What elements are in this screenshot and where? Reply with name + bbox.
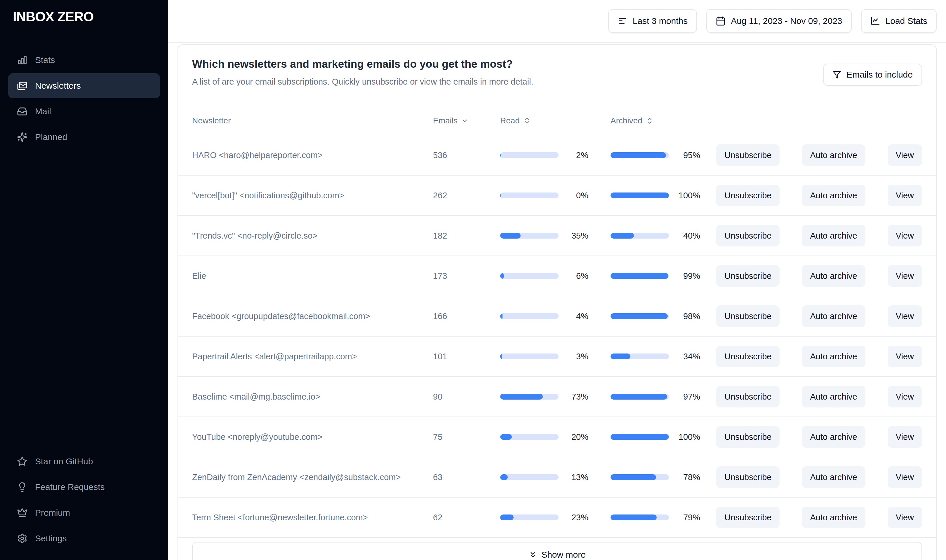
view-button[interactable]: View [887, 265, 922, 287]
newsletter-name: ZenDaily from ZenAcademy <zendaily@subst… [192, 472, 433, 482]
date-range-picker-button[interactable]: Aug 11, 2023 - Nov 09, 2023 [706, 9, 851, 33]
view-button[interactable]: View [887, 346, 922, 367]
read-progress-fill [500, 434, 512, 440]
column-header-emails[interactable]: Emails [433, 116, 500, 125]
view-button[interactable]: View [887, 185, 922, 206]
auto-archive-button[interactable]: Auto archive [802, 305, 865, 327]
read-percent: 73% [563, 392, 588, 402]
read-percent: 6% [563, 271, 588, 281]
view-button[interactable]: View [887, 507, 922, 528]
column-header-archived[interactable]: Archived [588, 116, 700, 125]
unsubscribe-button[interactable]: Unsubscribe [716, 426, 779, 448]
read-cell: 0% [500, 191, 588, 200]
emails-to-include-label: Emails to include [846, 70, 913, 80]
read-percent: 4% [563, 311, 588, 321]
view-button[interactable]: View [887, 305, 922, 327]
auto-archive-button[interactable]: Auto archive [802, 386, 865, 408]
unsubscribe-button[interactable]: Unsubscribe [716, 507, 779, 528]
sidebar-footer-nav: Star on GitHub Feature Requests Premium … [0, 449, 168, 552]
read-cell: 13% [500, 472, 588, 482]
auto-archive-button[interactable]: Auto archive [802, 426, 865, 448]
read-progress-track [500, 233, 559, 238]
row-actions: Unsubscribe Auto archive View [700, 507, 922, 528]
unsubscribe-button[interactable]: Unsubscribe [716, 305, 779, 327]
view-button[interactable]: View [887, 225, 922, 246]
archived-percent: 99% [673, 271, 700, 281]
auto-archive-button[interactable]: Auto archive [802, 145, 865, 166]
email-count: 75 [433, 432, 500, 442]
unsubscribe-button[interactable]: Unsubscribe [716, 185, 779, 206]
bar-chart-icon [17, 55, 28, 65]
unsubscribe-button[interactable]: Unsubscribe [716, 466, 779, 488]
read-cell: 2% [500, 151, 588, 160]
archived-percent: 98% [673, 311, 700, 321]
archived-cell: 100% [588, 432, 700, 442]
chevrons-down-icon [528, 550, 537, 559]
archived-progress-track [611, 394, 669, 400]
view-button[interactable]: View [887, 426, 922, 448]
star-icon [17, 456, 28, 467]
archived-percent: 79% [673, 513, 700, 522]
inbox-icon [17, 106, 28, 117]
sidebar-item-feature-requests[interactable]: Feature Requests [8, 475, 160, 500]
unsubscribe-button[interactable]: Unsubscribe [716, 145, 779, 166]
archived-progress-track [611, 273, 669, 279]
archived-progress-track [611, 313, 669, 319]
read-percent: 20% [563, 432, 588, 442]
sidebar-item-premium[interactable]: Premium [8, 500, 160, 525]
read-cell: 23% [500, 513, 588, 522]
archived-percent: 78% [673, 472, 700, 482]
auto-archive-button[interactable]: Auto archive [802, 346, 865, 367]
read-cell: 4% [500, 311, 588, 321]
row-actions: Unsubscribe Auto archive View [700, 145, 922, 166]
column-header-read[interactable]: Read [500, 116, 588, 125]
main-area: Last 3 months Aug 11, 2023 - Nov 09, 202… [168, 0, 946, 560]
sidebar-item-label: Mail [35, 106, 51, 116]
newsletter-name: Term Sheet <fortune@newsletter.fortune.c… [192, 513, 433, 522]
unsubscribe-button[interactable]: Unsubscribe [716, 386, 779, 408]
sidebar-item-planned[interactable]: Planned [8, 125, 160, 150]
app-logo: INBOX ZERO [13, 9, 93, 25]
archived-progress-fill [611, 514, 657, 520]
date-range-preset-label: Last 3 months [633, 16, 688, 26]
unsubscribe-button[interactable]: Unsubscribe [716, 346, 779, 367]
sidebar-item-label: Planned [35, 132, 67, 142]
read-percent: 2% [563, 151, 588, 160]
view-button[interactable]: View [887, 145, 922, 166]
read-percent: 0% [563, 191, 588, 200]
read-percent: 23% [563, 513, 588, 522]
row-actions: Unsubscribe Auto archive View [700, 225, 922, 246]
auto-archive-button[interactable]: Auto archive [802, 265, 865, 287]
read-cell: 3% [500, 352, 588, 362]
load-stats-button[interactable]: Load Stats [861, 9, 937, 33]
sidebar-item-stats[interactable]: Stats [8, 48, 160, 72]
auto-archive-button[interactable]: Auto archive [802, 185, 865, 206]
read-progress-track [500, 192, 559, 198]
emails-to-include-button[interactable]: Emails to include [823, 63, 922, 86]
sidebar-item-star-on-github[interactable]: Star on GitHub [8, 449, 160, 474]
email-count: 166 [433, 311, 500, 321]
auto-archive-button[interactable]: Auto archive [802, 507, 865, 528]
date-range-label: Aug 11, 2023 - Nov 09, 2023 [731, 16, 842, 26]
read-progress-track [500, 354, 559, 359]
date-range-preset-button[interactable]: Last 3 months [608, 9, 697, 33]
view-button[interactable]: View [887, 466, 922, 488]
view-button[interactable]: View [887, 386, 922, 408]
archived-progress-fill [611, 152, 666, 158]
show-more-button[interactable]: Show more [527, 548, 588, 560]
archived-cell: 95% [588, 151, 700, 160]
show-more-label: Show more [541, 550, 586, 560]
row-actions: Unsubscribe Auto archive View [700, 265, 922, 287]
read-progress-fill [500, 354, 502, 359]
sidebar-item-mail[interactable]: Mail [8, 99, 160, 124]
sidebar-item-settings[interactable]: Settings [8, 526, 160, 551]
auto-archive-button[interactable]: Auto archive [802, 225, 865, 246]
sidebar-item-label: Settings [35, 534, 66, 543]
unsubscribe-button[interactable]: Unsubscribe [716, 265, 779, 287]
unsubscribe-button[interactable]: Unsubscribe [716, 225, 779, 246]
sidebar-item-newsletters[interactable]: Newsletters [8, 73, 160, 98]
auto-archive-button[interactable]: Auto archive [802, 466, 865, 488]
read-progress-fill [500, 192, 501, 198]
newsletter-row: Papertrail Alerts <alert@papertrailapp.c… [178, 337, 936, 377]
archived-progress-fill [611, 474, 656, 480]
